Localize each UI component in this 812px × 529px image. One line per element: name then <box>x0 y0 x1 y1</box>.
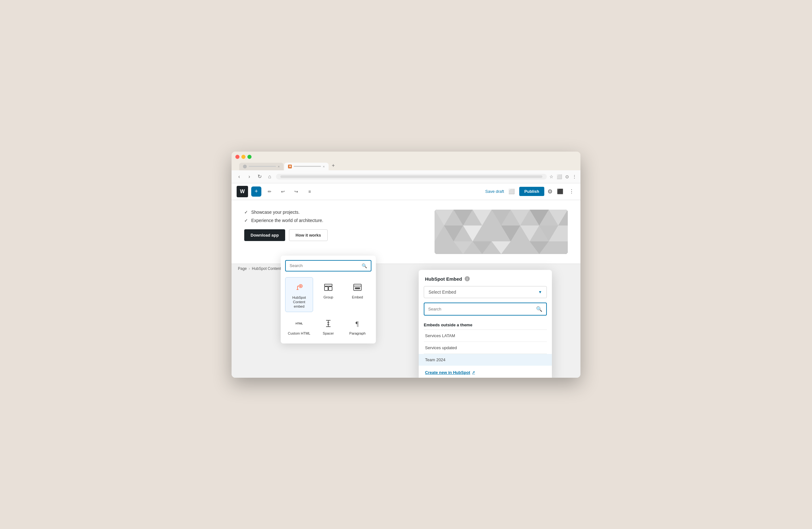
hubspot-svg <box>294 283 304 293</box>
architecture-image <box>435 210 568 254</box>
inserter-search-area: 🔍 <box>281 255 376 275</box>
arch-svg <box>435 210 568 254</box>
paragraph-block-label: Paragraph <box>349 331 365 336</box>
edit-tool-button[interactable]: ✏ <box>264 187 275 197</box>
wp-logo-text: W <box>240 189 245 194</box>
hs-item-label-team-2024: Team 2024 <box>425 357 445 362</box>
browser-toolbar: ‹ › ↻ ⌂ ☆ ⬜ ⊙ ⋮ <box>232 170 580 183</box>
back-button[interactable]: ‹ <box>235 173 243 180</box>
hs-list-item-services-latam[interactable]: Services LATAM <box>419 330 552 341</box>
check-item-2: ✓ Experience the world of architecture. <box>244 218 422 223</box>
browser-tab-1[interactable]: × <box>239 163 284 170</box>
search-icon: 🔍 <box>362 263 367 268</box>
new-tab-button[interactable]: + <box>329 161 337 170</box>
layout-icon[interactable]: ⬛ <box>556 187 565 196</box>
block-spacer[interactable]: Spacer <box>314 313 342 339</box>
page-text-column: ✓ Showcase your projects. ✓ Experience t… <box>244 210 422 241</box>
plugins-icon[interactable]: ⚙ <box>548 188 553 195</box>
hs-list-item-services-updated[interactable]: Services updated <box>419 342 552 354</box>
check-text-2: Experience the world of architecture. <box>251 218 323 223</box>
editor-actions: Save draft ⬜ Publish ⚙ ⬛ ⋮ <box>485 187 575 196</box>
paragraph-icon: ¶ <box>352 318 363 329</box>
breadcrumb-page[interactable]: Page <box>238 266 247 271</box>
create-link-text: Create new in HubSpot <box>425 370 470 375</box>
hs-section-label: Embeds outside a theme <box>424 323 472 327</box>
checkmark-icon-2: ✓ <box>244 218 248 223</box>
undo-button[interactable]: ↩ <box>278 187 288 197</box>
profile-icon[interactable]: ⊙ <box>565 174 569 179</box>
reload-button[interactable]: ↻ <box>256 173 263 180</box>
extensions-icon[interactable]: ⬜ <box>557 174 562 179</box>
home-button[interactable]: ⌂ <box>266 173 273 180</box>
external-link-icon: ↗ <box>472 370 475 374</box>
group-icon <box>322 282 334 293</box>
block-custom-html[interactable]: HTML Custom HTML <box>285 313 313 339</box>
url-bar[interactable] <box>276 174 547 179</box>
how-it-works-button[interactable]: How it works <box>289 229 328 241</box>
tab1-url-bar <box>249 166 276 167</box>
tab2-close-btn[interactable]: × <box>323 165 325 168</box>
info-icon[interactable]: i <box>465 276 470 281</box>
paragraph-svg: ¶ <box>352 319 363 328</box>
group-svg <box>323 282 333 292</box>
block-embed[interactable]: Embed <box>344 277 372 312</box>
svg-rect-28 <box>324 284 332 286</box>
block-paragraph[interactable]: ¶ Paragraph <box>344 313 372 339</box>
svg-rect-29 <box>324 287 328 291</box>
hs-popup-title: HubSpot Embed <box>425 276 462 282</box>
inserter-search-input[interactable] <box>290 263 359 268</box>
menu-icon[interactable]: ⋮ <box>572 174 577 179</box>
svg-rect-33 <box>355 287 360 289</box>
embed-svg <box>352 282 363 292</box>
create-in-hubspot-link[interactable]: Create new in HubSpot ↗ <box>425 370 546 375</box>
svg-text:¶: ¶ <box>356 320 359 328</box>
svg-marker-37 <box>327 322 330 323</box>
hubspot-block-label: HubSpot Content embed <box>288 295 310 309</box>
add-block-button[interactable]: + <box>251 187 261 197</box>
hs-popup-header: HubSpot Embed i <box>419 270 552 286</box>
spacer-icon <box>322 318 334 329</box>
inserter-search-box[interactable]: 🔍 <box>285 260 372 271</box>
block-group[interactable]: Group <box>314 277 342 312</box>
page-content-area: ✓ Showcase your projects. ✓ Experience t… <box>232 200 580 264</box>
hs-select-label: Select Embed <box>429 290 456 295</box>
maximize-traffic-light[interactable] <box>247 155 251 159</box>
spacer-block-label: Spacer <box>323 331 334 336</box>
wp-logo: W <box>237 186 248 197</box>
hubspot-embed-popup: HubSpot Embed i Select Embed ▼ 🔍 Embeds … <box>419 270 552 378</box>
add-icon: + <box>255 188 258 195</box>
custom-html-icon: HTML <box>293 318 305 329</box>
checkmark-icon-1: ✓ <box>244 210 248 215</box>
minimize-traffic-light[interactable] <box>241 155 246 159</box>
hs-search-box[interactable]: 🔍 <box>424 303 547 315</box>
block-hubspot-content-embed[interactable]: HubSpot Content embed <box>285 277 313 312</box>
check-text-1: Showcase your projects. <box>251 210 300 215</box>
tab1-favicon <box>243 165 247 168</box>
download-app-button[interactable]: Download app <box>244 229 285 241</box>
hs-select-row: Select Embed ▼ <box>419 286 552 303</box>
browser-window: × ⊛ × + ‹ › ↻ ⌂ ☆ ⬜ ⊙ ⋮ W <box>232 151 580 378</box>
custom-html-block-label: Custom HTML <box>288 331 310 336</box>
close-traffic-light[interactable] <box>235 155 240 159</box>
breadcrumb-separator: › <box>249 266 250 271</box>
redo-button[interactable]: ↪ <box>291 187 301 197</box>
publish-button[interactable]: Publish <box>519 187 544 196</box>
hs-search-icon: 🔍 <box>536 306 542 312</box>
bookmark-icon[interactable]: ☆ <box>549 174 553 179</box>
browser-tabs-row: × ⊛ × + <box>235 161 577 170</box>
hs-search-input[interactable] <box>428 307 534 311</box>
save-draft-button[interactable]: Save draft <box>485 189 504 194</box>
hs-search-row: 🔍 <box>419 303 552 319</box>
tab1-close-btn[interactable]: × <box>278 165 280 168</box>
browser-tab-2[interactable]: ⊛ × <box>284 163 329 170</box>
forward-button[interactable]: › <box>246 173 253 180</box>
svg-rect-30 <box>329 287 332 291</box>
hs-list-item-team-2024[interactable]: Team 2024 <box>419 354 552 366</box>
list-view-button[interactable]: ≡ <box>304 187 315 197</box>
view-mode-icon[interactable]: ⬜ <box>507 187 516 196</box>
wp-editor-toolbar: W + ✏ ↩ ↪ ≡ Save draft ⬜ Publish ⚙ ⬛ ⋮ <box>232 183 580 200</box>
embed-icon <box>352 282 363 293</box>
spacer-svg <box>323 319 333 328</box>
hs-select-dropdown[interactable]: Select Embed ▼ <box>424 286 547 298</box>
more-options-icon[interactable]: ⋮ <box>568 187 575 196</box>
